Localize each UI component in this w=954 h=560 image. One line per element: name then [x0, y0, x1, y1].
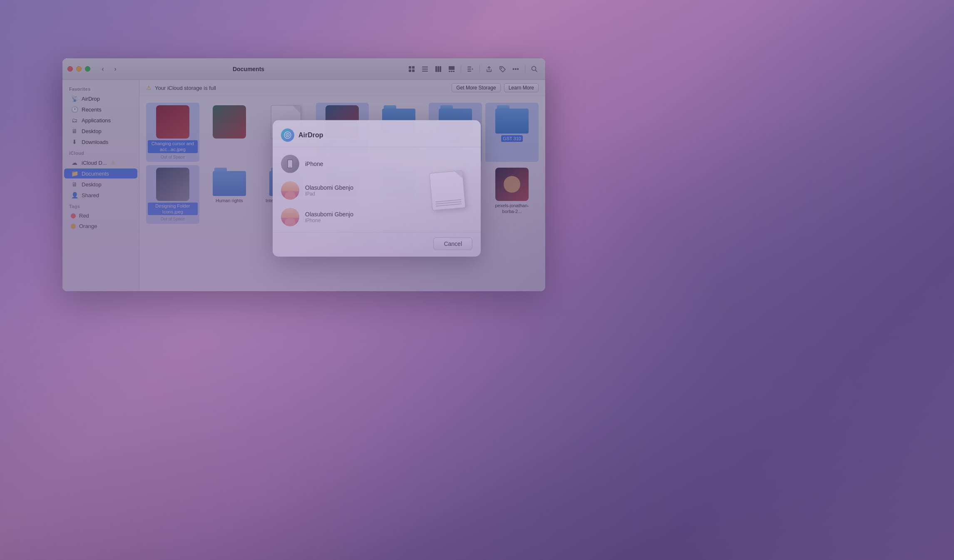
- svg-rect-24: [289, 167, 291, 168]
- modal-divider: [273, 147, 481, 147]
- modal-cancel-area: Cancel: [273, 232, 481, 257]
- device-type: iPhone: [305, 218, 353, 223]
- device-item-olasubomi-ipad[interactable]: Olasubomi Gbenjo iPad: [273, 177, 481, 204]
- modal-title: AirDrop: [298, 131, 323, 139]
- finder-window: ‹ › Documents: [62, 58, 545, 291]
- cancel-button[interactable]: Cancel: [433, 238, 472, 250]
- device-item-iphone[interactable]: iPhone: [273, 151, 481, 177]
- device-type: iPad: [305, 191, 353, 197]
- device-info: iPhone: [305, 161, 323, 167]
- device-list: iPhone Olasu: [273, 149, 481, 232]
- file-area: ⚠ Your iCloud storage is full Get More S…: [139, 80, 545, 291]
- device-info: Olasubomi Gbenjo iPad: [305, 184, 353, 197]
- device-info: Olasubomi Gbenjo iPhone: [305, 211, 353, 223]
- device-name: Olasubomi Gbenjo: [305, 184, 353, 191]
- device-name: Olasubomi Gbenjo: [305, 211, 353, 218]
- device-avatar-iphone: [281, 155, 299, 173]
- device-avatar-olasubomi-ipad: [281, 181, 299, 200]
- modal-overlay: AirDrop: [139, 80, 545, 291]
- svg-point-22: [287, 134, 288, 136]
- modal-header: AirDrop: [273, 120, 481, 147]
- device-avatar-olasubomi-iphone: [281, 208, 299, 226]
- avatar-iphone-icon: [281, 155, 299, 173]
- airdrop-modal: AirDrop: [273, 120, 481, 257]
- device-name: iPhone: [305, 161, 323, 167]
- svg-rect-25: [289, 160, 291, 160]
- finder-body: Favorites 📡 AirDrop 🕐 Recents 🗂 Applicat…: [62, 80, 545, 291]
- device-item-olasubomi-iphone[interactable]: Olasubomi Gbenjo iPhone: [273, 204, 481, 230]
- airdrop-modal-icon: [281, 129, 294, 142]
